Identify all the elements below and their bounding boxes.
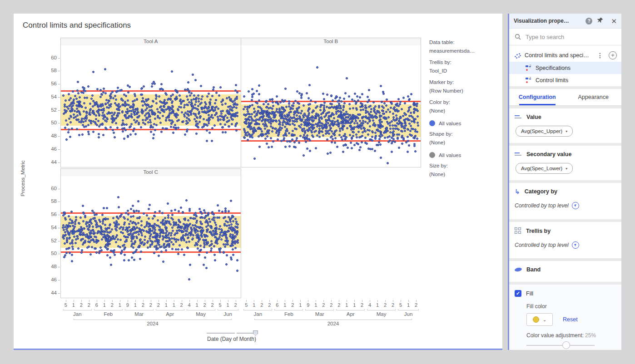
- scatter-point[interactable]: [312, 109, 314, 112]
- scatter-point[interactable]: [104, 234, 106, 236]
- scatter-point[interactable]: [163, 244, 165, 246]
- scatter-point[interactable]: [163, 246, 165, 249]
- scatter-point[interactable]: [293, 141, 296, 143]
- scatter-point[interactable]: [121, 104, 124, 106]
- scatter-point[interactable]: [230, 223, 233, 226]
- scatter-point[interactable]: [118, 206, 120, 208]
- scatter-point[interactable]: [132, 130, 134, 132]
- scatter-point[interactable]: [187, 81, 189, 84]
- scatter-point[interactable]: [361, 141, 363, 143]
- scatter-point[interactable]: [154, 113, 156, 115]
- scatter-point[interactable]: [204, 123, 206, 126]
- scatter-point[interactable]: [118, 112, 120, 114]
- scatter-point[interactable]: [190, 92, 193, 94]
- scatter-point[interactable]: [64, 111, 66, 113]
- scatter-point[interactable]: [219, 225, 221, 227]
- scatter-point[interactable]: [211, 127, 213, 129]
- scatter-point[interactable]: [392, 133, 394, 136]
- scatter-point[interactable]: [155, 98, 157, 100]
- scatter-point[interactable]: [348, 95, 350, 98]
- scatter-point[interactable]: [218, 249, 221, 251]
- scatter-point[interactable]: [391, 151, 393, 153]
- scatter-point[interactable]: [345, 144, 347, 146]
- scatter-point[interactable]: [74, 223, 76, 225]
- scatter-point[interactable]: [248, 90, 250, 93]
- scatter-point[interactable]: [369, 119, 371, 122]
- scatter-point[interactable]: [206, 251, 208, 254]
- scatter-point[interactable]: [116, 127, 119, 129]
- scatter-point[interactable]: [134, 240, 136, 242]
- scatter-point[interactable]: [232, 254, 234, 256]
- scatter-point[interactable]: [226, 110, 228, 113]
- scatter-point[interactable]: [344, 135, 346, 138]
- scatter-point[interactable]: [91, 112, 94, 114]
- scatter-point[interactable]: [131, 256, 133, 259]
- scatter-point[interactable]: [271, 98, 273, 100]
- scatter-point[interactable]: [251, 88, 253, 90]
- scatter-point[interactable]: [167, 202, 169, 205]
- scatter-point[interactable]: [352, 135, 354, 137]
- scatter-point[interactable]: [110, 264, 112, 266]
- scatter-point[interactable]: [155, 248, 158, 251]
- scatter-point[interactable]: [285, 130, 287, 132]
- scatter-point[interactable]: [107, 248, 109, 250]
- scatter-point[interactable]: [95, 224, 97, 226]
- scatter-point[interactable]: [329, 152, 332, 154]
- scatter-point[interactable]: [194, 231, 197, 234]
- scatter-point[interactable]: [130, 208, 132, 210]
- scatter-point[interactable]: [219, 251, 221, 253]
- scatter-point[interactable]: [253, 108, 255, 110]
- scatter-point[interactable]: [68, 237, 70, 240]
- scatter-point[interactable]: [154, 226, 156, 229]
- scatter-point[interactable]: [140, 88, 143, 90]
- scatter-point[interactable]: [212, 89, 214, 91]
- scatter-point[interactable]: [251, 96, 253, 98]
- scatter-point[interactable]: [414, 136, 416, 138]
- scatter-point[interactable]: [404, 122, 406, 124]
- scatter-point[interactable]: [146, 118, 149, 120]
- scatter-point[interactable]: [98, 125, 100, 128]
- scatter-point[interactable]: [65, 252, 68, 254]
- scatter-point[interactable]: [111, 91, 114, 93]
- scatter-point[interactable]: [76, 89, 79, 92]
- scatter-point[interactable]: [251, 128, 253, 130]
- scatter-point[interactable]: [326, 93, 328, 96]
- tree-item-control-limits[interactable]: ×Control limits: [509, 74, 621, 86]
- scatter-point[interactable]: [122, 228, 124, 231]
- scatter-point[interactable]: [132, 246, 134, 249]
- scatter-point[interactable]: [212, 117, 214, 119]
- scatter-point[interactable]: [218, 228, 220, 230]
- scatter-point[interactable]: [178, 106, 180, 108]
- scatter-point[interactable]: [150, 233, 152, 236]
- scatter-point[interactable]: [168, 246, 170, 248]
- scatter-point[interactable]: [268, 132, 270, 134]
- scatter-point[interactable]: [301, 110, 303, 112]
- scatter-point[interactable]: [81, 229, 83, 231]
- scatter-point[interactable]: [88, 226, 90, 228]
- scatter-point[interactable]: [346, 116, 348, 118]
- pin-icon[interactable]: [597, 17, 604, 25]
- scatter-point[interactable]: [247, 113, 249, 115]
- scatter-point[interactable]: [162, 115, 164, 117]
- scatter-point[interactable]: [347, 147, 349, 149]
- scatter-point[interactable]: [72, 225, 74, 227]
- scatter-point[interactable]: [122, 232, 124, 234]
- scatter-point[interactable]: [160, 83, 163, 85]
- scatter-point[interactable]: [127, 99, 129, 102]
- scatter-point[interactable]: [151, 105, 153, 107]
- scatter-point[interactable]: [196, 117, 198, 119]
- scatter-point[interactable]: [213, 86, 215, 89]
- scatter-point[interactable]: [95, 213, 98, 216]
- scatter-point[interactable]: [303, 128, 305, 130]
- scatter-point[interactable]: [309, 150, 311, 152]
- scatter-point[interactable]: [66, 230, 69, 232]
- scatter-point[interactable]: [380, 85, 382, 87]
- scatter-point[interactable]: [283, 139, 285, 141]
- scatter-point[interactable]: [151, 85, 153, 88]
- scatter-point[interactable]: [135, 223, 137, 226]
- scatter-point[interactable]: [407, 140, 409, 142]
- scatter-point[interactable]: [339, 128, 341, 130]
- scatter-point[interactable]: [290, 111, 292, 113]
- scatter-point[interactable]: [271, 146, 273, 148]
- scatter-point[interactable]: [124, 116, 127, 118]
